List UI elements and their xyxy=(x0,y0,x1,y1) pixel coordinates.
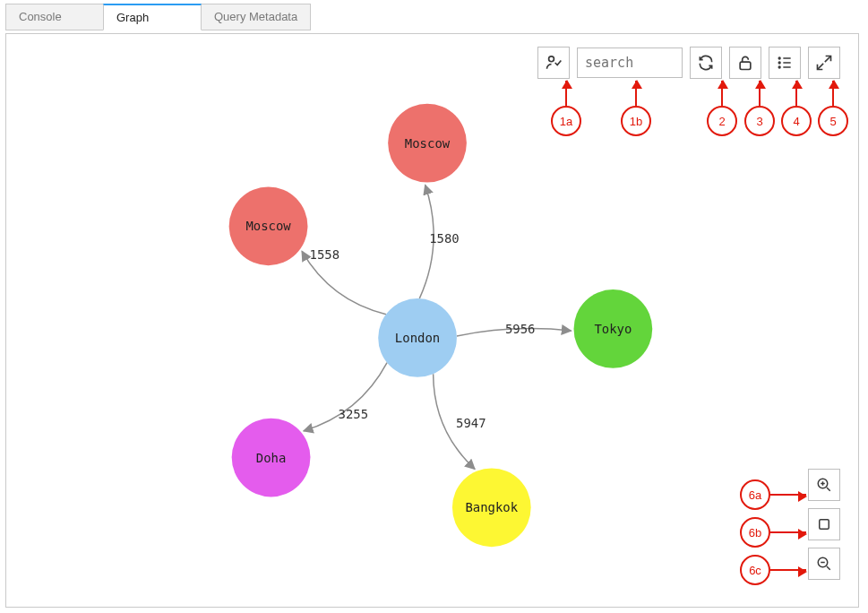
svg-rect-6 xyxy=(820,520,829,530)
node-label: Bangkok xyxy=(465,500,518,514)
svg-rect-1 xyxy=(740,62,751,69)
graph-canvas[interactable]: 15581580595659473255 LondonMoscowMoscowT… xyxy=(6,34,858,607)
node-label: Doha xyxy=(256,451,287,465)
tab-graph[interactable]: Graph xyxy=(103,4,202,30)
graph-toolbar xyxy=(537,47,840,79)
svg-point-0 xyxy=(549,56,554,62)
fullscreen-button[interactable] xyxy=(808,47,840,79)
svg-point-4 xyxy=(778,66,780,68)
tab-query-metadata[interactable]: Query Metadata xyxy=(201,4,311,30)
edge-label: 5947 xyxy=(456,416,486,430)
node-label: London xyxy=(395,331,440,345)
profile-check-button[interactable] xyxy=(537,47,570,79)
edge-label: 1580 xyxy=(429,231,460,246)
tab-bar: Console Graph Query Metadata xyxy=(5,4,868,30)
edge-label: 3255 xyxy=(338,407,368,421)
expand-icon xyxy=(815,54,833,72)
refresh-button[interactable] xyxy=(690,47,722,79)
zoom-out-button[interactable] xyxy=(808,548,840,580)
unlock-button[interactable] xyxy=(729,47,761,79)
node-label: Tokyo xyxy=(594,322,632,336)
refresh-icon xyxy=(697,54,715,72)
search-input[interactable] xyxy=(577,47,683,78)
zoom-in-button[interactable] xyxy=(808,469,840,501)
edge-label: 5956 xyxy=(505,322,536,336)
list-button[interactable] xyxy=(769,47,801,79)
node-label: Moscow xyxy=(245,219,291,233)
tab-console[interactable]: Console xyxy=(5,4,104,30)
zoom-in-icon xyxy=(816,477,832,493)
square-icon xyxy=(816,516,832,532)
zoom-out-icon xyxy=(816,556,832,572)
person-check-icon xyxy=(545,54,563,72)
edge-label: 1558 xyxy=(310,247,340,262)
zoom-fit-button[interactable] xyxy=(808,508,840,540)
svg-point-2 xyxy=(778,57,780,59)
node-label: Moscow xyxy=(405,136,451,151)
unlock-icon xyxy=(736,54,754,72)
svg-point-3 xyxy=(778,62,780,64)
zoom-controls xyxy=(808,469,840,580)
list-icon xyxy=(776,54,794,72)
graph-panel: 15581580595659473255 LondonMoscowMoscowT… xyxy=(5,33,859,608)
